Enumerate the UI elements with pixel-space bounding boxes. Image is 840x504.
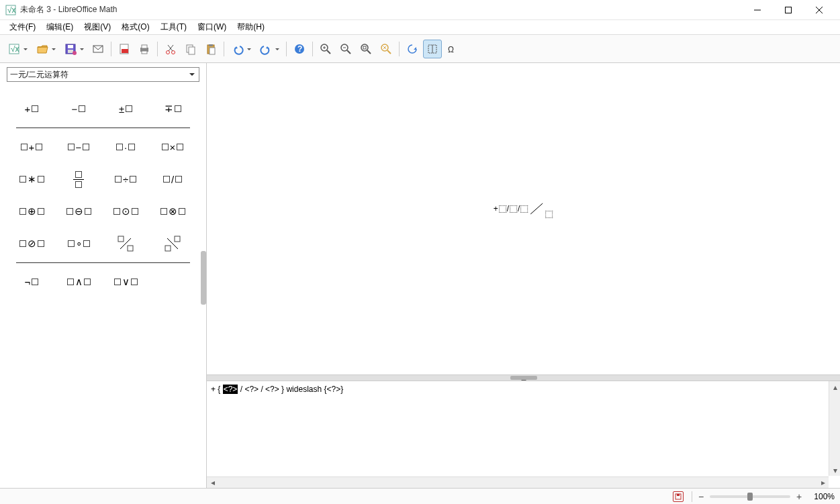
command-editor[interactable]: + { <?> / <?> / <?> } wideslash {<?>} ▴ …	[207, 381, 840, 488]
op-slash[interactable]: /	[149, 174, 196, 185]
open-button[interactable]	[32, 40, 59, 58]
op-minus-unary[interactable]: −	[55, 103, 102, 115]
zoom-in-button[interactable]	[316, 40, 335, 58]
op-widebslash[interactable]	[149, 234, 196, 253]
svg-rect-26	[209, 48, 215, 54]
svg-rect-10	[68, 50, 73, 53]
cut-button[interactable]	[161, 40, 180, 58]
editor-hscrollbar[interactable]: ◂ ▸	[207, 476, 829, 488]
svg-rect-46	[128, 246, 133, 251]
help-button[interactable]: ?	[290, 40, 309, 58]
op-ominus[interactable]: ⊖	[55, 205, 102, 217]
new-button[interactable]: √x	[4, 40, 31, 58]
menu-file[interactable]: 文件(F)	[4, 20, 41, 34]
window-title: 未命名 3 - LibreOffice Math	[20, 4, 742, 15]
special-char-button[interactable]: Ω	[443, 40, 462, 58]
op-plusminus-unary[interactable]: ±	[102, 103, 149, 115]
menu-help[interactable]: 帮助(H)	[232, 20, 270, 34]
scroll-up-icon[interactable]: ▴	[829, 381, 840, 393]
content-area: 一元/二元运算符 + − ± ∓ + − · × ∗ ÷ /	[0, 63, 840, 488]
op-odot[interactable]: ⊙	[102, 205, 149, 217]
scroll-down-icon[interactable]: ▾	[829, 464, 840, 476]
svg-point-18	[167, 50, 170, 54]
op-oplus[interactable]: ⊕	[8, 205, 55, 217]
refresh-button[interactable]	[403, 40, 422, 58]
save-status-icon[interactable]	[673, 491, 684, 502]
toolbar-separator	[157, 42, 158, 56]
zoom-percent[interactable]: 100%	[808, 492, 835, 501]
op-cdot[interactable]: ·	[102, 142, 149, 153]
svg-rect-9	[68, 45, 73, 48]
toolbar: √x ? Ω	[0, 35, 840, 63]
op-times[interactable]: ×	[149, 142, 196, 153]
zoom-slider[interactable]	[710, 495, 790, 498]
paste-button[interactable]	[201, 40, 220, 58]
copy-button[interactable]	[181, 40, 200, 58]
scroll-left-icon[interactable]: ◂	[207, 477, 218, 489]
zoom-page-button[interactable]	[357, 40, 375, 58]
op-plus-unary[interactable]: +	[8, 103, 55, 115]
zoom-optimal-button[interactable]	[377, 40, 395, 58]
svg-rect-23	[189, 47, 195, 54]
toolbar-separator	[286, 42, 287, 56]
editor-vscrollbar[interactable]: ▴ ▾	[829, 381, 840, 476]
redo-button[interactable]	[256, 40, 283, 58]
op-and[interactable]: ∧	[55, 276, 102, 288]
undo-button[interactable]	[228, 40, 254, 58]
svg-line-34	[347, 50, 351, 54]
op-minus[interactable]: −	[55, 142, 102, 153]
menu-edit[interactable]: 编辑(E)	[41, 20, 79, 34]
svg-rect-49	[165, 246, 171, 251]
maximize-button[interactable]	[773, 0, 804, 20]
op-neg[interactable]: ¬	[8, 276, 55, 288]
menubar: 文件(F) 编辑(E) 视图(V) 格式(O) 工具(T) 窗口(W) 帮助(H…	[0, 20, 840, 35]
titlebar: √x 未命名 3 - LibreOffice Math	[0, 0, 840, 20]
minimize-button[interactable]	[742, 0, 773, 20]
svg-text:?: ?	[297, 44, 302, 54]
op-or[interactable]: ∨	[102, 276, 149, 288]
editor-suffix: / <?> / <?> } wideslash {<?>}	[238, 385, 343, 394]
toolbar-separator	[224, 42, 224, 56]
category-dropdown[interactable]: 一元/二元运算符	[7, 67, 199, 82]
close-button[interactable]	[804, 0, 835, 20]
op-div[interactable]: ÷	[102, 174, 149, 185]
toolbar-separator	[399, 42, 400, 56]
scroll-right-icon[interactable]: ▸	[817, 477, 829, 489]
category-label: 一元/二元运算符	[10, 69, 68, 81]
op-plus[interactable]: +	[8, 142, 55, 153]
op-minusplus-unary[interactable]: ∓	[149, 103, 196, 115]
op-wideslash[interactable]	[102, 234, 149, 253]
menu-format[interactable]: 格式(O)	[116, 20, 154, 34]
menu-tools[interactable]: 工具(T)	[155, 20, 192, 34]
zoom-minus-button[interactable]: −	[696, 491, 706, 502]
svg-rect-16	[142, 45, 147, 48]
op-circ[interactable]: ∘	[55, 238, 102, 250]
sidebar-scrollbar[interactable]	[201, 251, 206, 305]
print-button[interactable]	[135, 40, 154, 58]
svg-text:√x: √x	[11, 44, 19, 54]
op-frac[interactable]	[55, 171, 102, 188]
svg-line-20	[169, 45, 173, 51]
svg-line-21	[168, 45, 173, 51]
editor-selection: <?>	[223, 385, 238, 394]
op-otimes[interactable]: ⊗	[149, 205, 196, 217]
mail-button[interactable]	[89, 40, 107, 58]
formula-preview[interactable]: +//	[207, 63, 840, 375]
op-ast[interactable]: ∗	[8, 173, 55, 185]
operator-grid: + − ± ∓ + − · × ∗ ÷ / ⊕ ⊖ ⊙	[0, 86, 206, 305]
save-button[interactable]	[60, 40, 87, 58]
rendered-formula: +//	[494, 201, 554, 217]
zoom-out-button[interactable]	[336, 40, 355, 58]
statusbar: − + 100%	[0, 488, 840, 504]
svg-rect-52	[677, 494, 680, 496]
svg-rect-47	[175, 236, 180, 242]
formula-cursor-button[interactable]	[423, 40, 442, 58]
svg-point-19	[172, 50, 175, 54]
group-divider	[16, 262, 190, 263]
zoom-plus-button[interactable]: +	[794, 491, 804, 502]
export-pdf-button[interactable]	[115, 40, 134, 58]
menu-window[interactable]: 窗口(W)	[192, 20, 232, 34]
menu-view[interactable]: 视图(V)	[79, 20, 116, 34]
op-oslash[interactable]: ⊘	[8, 238, 55, 250]
splitter[interactable]	[207, 375, 840, 381]
